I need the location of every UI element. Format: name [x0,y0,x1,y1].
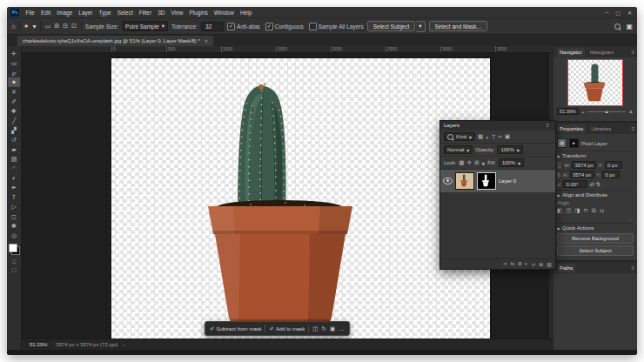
layer-filter-dropdown[interactable]: Kind ▾ [444,132,475,141]
opacity-dropdown[interactable]: 100% ▾ [497,145,522,154]
maximize-button[interactable]: ▢ [615,10,621,16]
collapse-icon[interactable]: ▾ [557,153,560,159]
status-chevron-icon[interactable]: › [123,342,124,347]
y-field[interactable]: 0 px [602,171,620,178]
subtract-from-mask-button[interactable]: ✐ Subtract from mask [210,325,261,332]
hand-tool[interactable]: ✽ [8,221,20,231]
tab-paths[interactable]: Paths [557,264,575,272]
pen-tool[interactable]: ✒ [8,183,20,192]
type-tool[interactable]: T [8,192,20,202]
screen-mode-icon[interactable]: ▢ [11,266,17,272]
width-field[interactable]: 3574 px [572,161,596,169]
menu-item[interactable]: Window [211,10,237,16]
menu-item[interactable]: Layer [76,10,96,16]
align-more-icon[interactable]: … [628,216,634,221]
align-left-icon[interactable]: ◧ [557,207,562,214]
navigator-zoom-field[interactable]: 51.39% [557,108,579,115]
align-top-icon[interactable]: ⊓ [583,207,587,214]
rotation-field[interactable]: 0.00° [563,180,587,188]
menu-item[interactable]: View [168,10,186,16]
layer-row[interactable]: Layer 0 [440,170,555,192]
layer-mask-thumbnail[interactable] [477,172,496,190]
properties-panel-icon[interactable]: ▣ [330,325,335,332]
flip-horizontal-icon[interactable]: ⇄ [589,181,594,188]
adjustment-layer-icon[interactable]: ◐ [525,261,528,267]
color-swatches[interactable] [9,244,20,255]
document-tab[interactable]: charlesdeluvio-tyIwQ1vXsOA-unsplash.jpg … [17,36,213,46]
more-options-icon[interactable]: … [339,325,345,332]
quick-mask-icon[interactable]: ◻ [12,258,17,264]
lock-position-icon[interactable]: ⊞ [474,159,479,166]
subtract-from-selection-icon[interactable]: ⊟ [62,23,69,30]
menu-item[interactable]: Select [114,10,136,16]
home-icon[interactable]: ⌂ [11,23,16,30]
panel-menu-icon[interactable]: ≡ [546,123,549,128]
dodge-tool[interactable]: ◐ [8,173,20,183]
lock-all-icon[interactable]: ● [481,160,485,166]
tab-libraries[interactable]: Libraries [591,126,611,131]
close-button[interactable]: ✕ [627,10,632,16]
shape-tool[interactable]: ◻ [8,211,20,221]
workspace-icon[interactable]: ▣ [626,23,633,30]
new-selection-icon[interactable]: ▭ [44,23,52,30]
filter-adjustment-icon[interactable]: ◐ [486,134,489,140]
contiguous-checkbox[interactable]: ✓ Contiguous [265,23,304,30]
reference-point-icon[interactable]: ⣿ [557,162,561,169]
active-tool-icon[interactable]: ✶ [23,23,30,30]
collapse-icon[interactable]: ▾ [557,192,560,198]
navigator-zoom-slider[interactable]: ▲ [587,111,626,112]
filter-shape-icon[interactable]: ▱ [498,133,502,140]
search-icon[interactable] [614,23,621,30]
sample-all-layers-checkbox[interactable]: Sample All Layers [309,23,364,30]
gradient-tool[interactable]: ▨ [8,154,20,164]
sample-size-dropdown[interactable]: Point Sample ▾ [122,21,168,31]
menu-item[interactable]: Edit [37,10,53,16]
fill-dropdown[interactable]: 100% ▾ [499,158,524,167]
align-center-h-icon[interactable]: ◫ [566,207,571,214]
x-field[interactable]: 0 px [605,161,622,169]
magic-wand-tool[interactable]: ✶ [8,77,20,87]
refine-mask-icon[interactable]: ↻ [321,325,325,332]
eyedropper-tool[interactable]: ✐ [8,97,20,106]
layer-visibility-eye-icon[interactable] [443,178,453,184]
move-tool[interactable]: ✛ [8,49,20,58]
close-tab-icon[interactable]: ✕ [205,38,209,44]
eraser-tool[interactable]: ▰ [8,144,20,154]
intersect-selection-icon[interactable]: ⊡ [70,23,77,30]
anti-alias-checkbox[interactable]: ✓ Anti-alias [227,23,260,30]
select-subject-dropdown[interactable]: ▾ [416,21,425,32]
new-layer-icon[interactable]: ⊞ [539,261,543,267]
marquee-tool[interactable]: ▭ [8,58,20,68]
add-to-mask-button[interactable]: ✐ Add to mask [269,325,305,332]
panel-menu-icon[interactable]: ≡ [631,50,634,55]
invert-mask-icon[interactable]: ◫ [312,325,318,332]
delete-layer-icon[interactable]: ▥ [547,261,552,267]
layer-thumbnail[interactable] [455,172,474,190]
menu-item[interactable]: Filter [136,10,154,16]
add-to-selection-icon[interactable]: ⊞ [53,23,60,30]
collapse-icon[interactable]: ▾ [557,225,560,231]
filter-smart-object-icon[interactable]: ▣ [505,133,510,140]
blend-mode-dropdown[interactable]: Normal ▾ [444,145,473,154]
align-center-v-icon[interactable]: ⊟ [592,207,596,214]
lasso-tool[interactable]: ℘ [8,68,20,77]
history-brush-tool[interactable]: ↺ [8,135,20,144]
brush-tool[interactable]: ╱ [8,116,20,125]
menu-item[interactable]: Image [54,10,76,16]
remove-background-button[interactable]: Remove Background [557,233,634,244]
link-layers-icon[interactable]: ∞ [503,261,506,267]
path-selection-tool[interactable]: ▷ [8,202,20,211]
add-mask-icon[interactable]: ◘ [518,261,521,267]
zoom-in-icon[interactable]: ▲ [628,109,634,114]
layer-name[interactable]: Layer 0 [499,178,516,184]
select-and-mask-button[interactable]: Select and Mask... [429,21,487,31]
menu-item[interactable]: Help [237,10,254,16]
tab-histogram[interactable]: Histogram [590,50,614,55]
tab-properties[interactable]: Properties [557,124,586,133]
filter-type-icon[interactable]: T [492,134,495,140]
healing-brush-tool[interactable]: ✚ [8,106,20,116]
tab-navigator[interactable]: Navigator [557,48,585,57]
menu-item[interactable]: File [23,10,37,16]
layer-group-icon[interactable]: ▱ [532,261,536,267]
zoom-out-icon[interactable]: ▲ [581,110,585,114]
